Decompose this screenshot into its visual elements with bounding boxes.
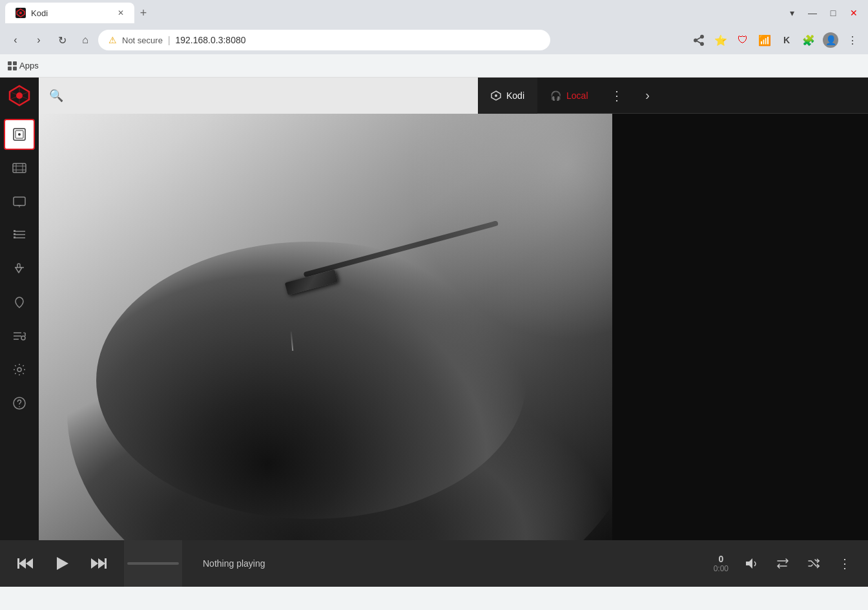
tab-favicon xyxy=(16,8,26,18)
sidebar-item-music[interactable] xyxy=(4,119,35,150)
now-playing-area: Nothing playing xyxy=(192,558,703,569)
fast-forward-button[interactable] xyxy=(83,548,114,579)
avatar-icon[interactable]: 👤 xyxy=(820,30,841,50)
svg-rect-26 xyxy=(14,237,16,238)
time-value: 0 xyxy=(718,554,723,564)
back-button[interactable]: ‹ xyxy=(5,30,26,50)
nav-local-label: Local xyxy=(566,90,588,101)
player-time: 0 0:00 xyxy=(714,554,728,573)
play-button[interactable] xyxy=(46,548,78,579)
address-separator: | xyxy=(168,35,170,45)
svg-marker-36 xyxy=(19,558,26,569)
kodi-body xyxy=(0,114,868,540)
nav-next-button[interactable]: › xyxy=(632,78,663,114)
kodi-app: 🔍 Kodi 🎧 Local ⋮ › xyxy=(0,78,868,587)
svg-rect-25 xyxy=(14,233,16,235)
not-secure-label: Not secure xyxy=(122,36,163,45)
reload-button[interactable]: ↻ xyxy=(52,30,72,50)
kodi-sidebar xyxy=(0,114,39,540)
new-tab-button[interactable]: + xyxy=(134,4,152,22)
share-icon[interactable] xyxy=(688,30,709,50)
forward-button[interactable]: › xyxy=(28,30,49,50)
kodi-main-content xyxy=(39,114,612,540)
kodi-logo[interactable] xyxy=(0,78,39,114)
search-input[interactable] xyxy=(68,90,468,101)
svg-marker-37 xyxy=(26,558,33,569)
svg-point-30 xyxy=(21,336,25,340)
security-warning-icon: ⚠ xyxy=(108,35,117,45)
kodi-right-panel xyxy=(612,114,868,540)
player-bar: Nothing playing 0 0:00 xyxy=(0,540,868,587)
svg-marker-39 xyxy=(57,557,68,570)
window-minimize-button[interactable]: — xyxy=(803,4,822,22)
sidebar-item-list[interactable] xyxy=(4,220,35,251)
tab-close-button[interactable]: ✕ xyxy=(118,8,124,17)
kodi-search-bar[interactable]: 🔍 xyxy=(39,78,478,114)
svg-rect-24 xyxy=(14,230,16,232)
sidebar-item-favorites[interactable] xyxy=(4,287,35,318)
headphones-icon: 🎧 xyxy=(550,90,561,101)
tab-title: Kodi xyxy=(31,8,112,18)
window-restore-button[interactable]: □ xyxy=(824,4,842,22)
svg-marker-43 xyxy=(746,558,752,569)
svg-rect-18 xyxy=(14,197,25,205)
nav-item-kodi[interactable]: Kodi xyxy=(478,78,537,114)
rewind-button[interactable] xyxy=(10,548,41,579)
sidebar-item-settings[interactable] xyxy=(4,354,35,385)
nav-item-local[interactable]: 🎧 Local xyxy=(537,78,601,114)
browser-tab[interactable]: Kodi ✕ xyxy=(5,3,134,23)
player-controls xyxy=(10,548,114,579)
svg-point-12 xyxy=(18,133,21,136)
nav-kodi-label: Kodi xyxy=(506,90,524,101)
svg-point-2 xyxy=(19,12,22,14)
k-extension-icon[interactable]: K xyxy=(776,30,797,50)
svg-rect-42 xyxy=(105,558,107,569)
kodi-navigation: Kodi 🎧 Local ⋮ › xyxy=(478,78,663,114)
sidebar-item-tv[interactable] xyxy=(4,186,35,217)
now-playing-text: Nothing playing xyxy=(203,558,265,569)
svg-rect-13 xyxy=(13,163,26,173)
volume-button[interactable] xyxy=(739,551,765,576)
player-menu-button[interactable]: ⋮ xyxy=(832,551,858,576)
window-dropdown-button[interactable]: ▾ xyxy=(783,4,801,22)
svg-marker-40 xyxy=(91,558,98,569)
svg-point-33 xyxy=(17,368,21,372)
apps-grid-icon xyxy=(8,61,17,70)
shuffle-button[interactable] xyxy=(801,551,827,576)
sidebar-item-addons[interactable] xyxy=(4,253,35,284)
time-display: 0:00 xyxy=(714,564,728,573)
bookmark-icon[interactable]: ⭐ xyxy=(710,30,731,50)
sidebar-item-help[interactable] xyxy=(4,388,35,419)
search-icon: 🔍 xyxy=(49,89,63,103)
stats-icon[interactable]: 📶 xyxy=(754,30,775,50)
window-close-button[interactable]: ✕ xyxy=(845,4,863,22)
shield-extension-icon[interactable]: 🛡 xyxy=(732,30,753,50)
chrome-menu-button[interactable]: ⋮ xyxy=(842,30,863,50)
svg-rect-38 xyxy=(17,558,19,569)
svg-point-35 xyxy=(19,406,20,408)
repeat-button[interactable] xyxy=(770,551,796,576)
address-url: 192.168.0.3:8080 xyxy=(176,35,246,45)
kodi-header: 🔍 Kodi 🎧 Local ⋮ › xyxy=(0,78,868,114)
svg-marker-41 xyxy=(98,558,105,569)
apps-bookmark[interactable]: Apps xyxy=(8,61,39,70)
sidebar-item-playlist[interactable] xyxy=(4,321,35,352)
puzzle-extension-icon[interactable]: 🧩 xyxy=(798,30,819,50)
svg-point-9 xyxy=(495,94,497,97)
player-right-controls: ⋮ xyxy=(739,551,858,576)
progress-bar-area[interactable] xyxy=(124,540,182,587)
home-button[interactable]: ⌂ xyxy=(75,30,96,50)
nav-more-button[interactable]: ⋮ xyxy=(601,78,632,114)
sidebar-item-movies[interactable] xyxy=(4,152,35,184)
apps-label: Apps xyxy=(19,61,39,70)
address-bar-input[interactable]: ⚠ Not secure | 192.168.0.3:8080 xyxy=(98,30,550,50)
